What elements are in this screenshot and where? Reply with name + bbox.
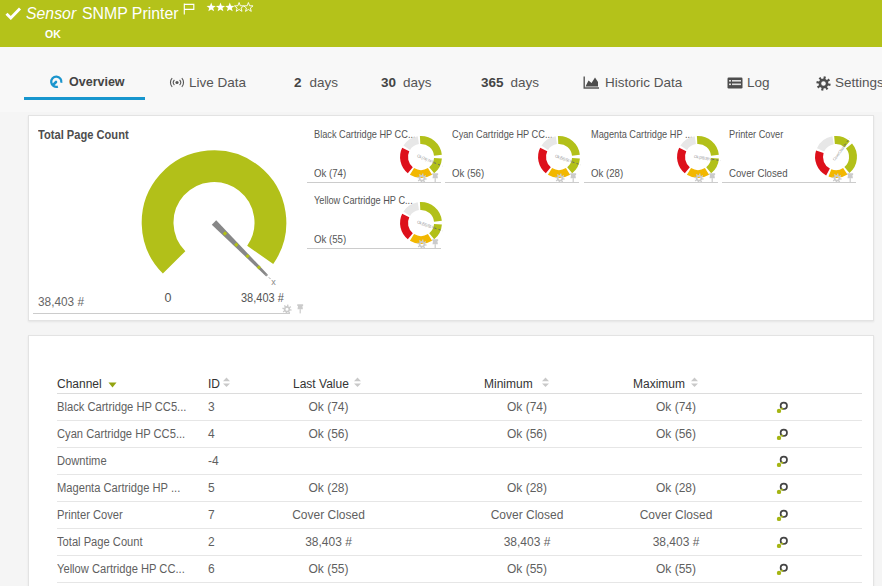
svg-text:Ok (28) 28 %: Ok (28) 28 %: [694, 154, 714, 162]
svg-text:Ok (74) 74 %: Ok (74) 74 %: [416, 153, 436, 165]
svg-text:Cover Closed: Cover Closed: [832, 143, 847, 161]
svg-text:x: x: [271, 277, 276, 287]
svg-text:Ok (56) 56 %: Ok (56) 56 %: [554, 153, 574, 164]
svg-text:Ok (55) 55 %: Ok (55) 55 %: [416, 219, 436, 230]
